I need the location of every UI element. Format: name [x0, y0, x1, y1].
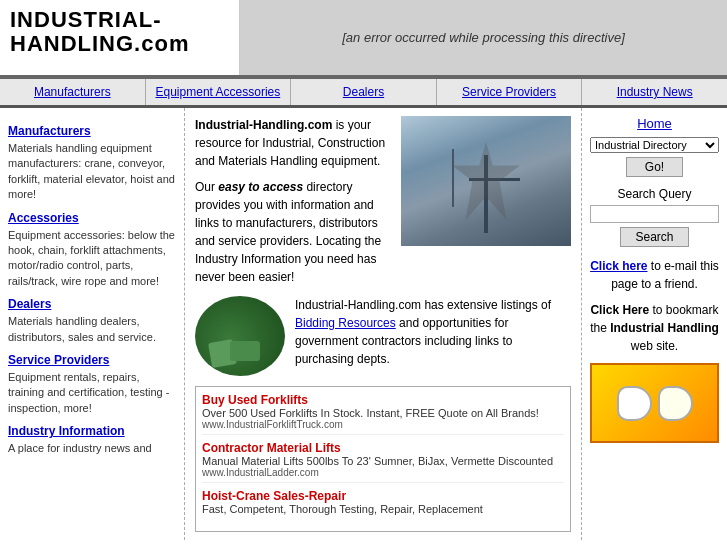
sidebar-dealers-text: Materials handling dealers, distributors… — [8, 314, 176, 345]
right-sidebar: Home Industrial Directory Go! Search Que… — [582, 108, 727, 540]
bidding-image — [195, 296, 285, 376]
header-banner: [an error occurred while processing this… — [240, 0, 727, 75]
sidebar-manufacturers-text: Materials handling equipment manufacture… — [8, 141, 176, 203]
logo-text: INDUSTRIAL- HANDLING.com — [10, 8, 229, 56]
logo-line1: INDUSTRIAL- — [10, 7, 162, 32]
nav-industry-news[interactable]: Industry News — [582, 79, 727, 105]
sidebar-service-text: Equipment rentals, repairs, training and… — [8, 370, 176, 416]
ad-mug-2 — [658, 386, 693, 421]
listing-item: Contractor Material Lifts Manual Materia… — [202, 441, 564, 483]
listing-desc-0: Over 500 Used Forklifts In Stock. Instan… — [202, 407, 564, 419]
nav-service-providers[interactable]: Service Providers — [437, 79, 583, 105]
bookmark-link-text: Click Here — [590, 303, 649, 317]
search-query-label: Search Query — [590, 187, 719, 201]
sidebar-accessories-text: Equipment accessories: below the hook, c… — [8, 228, 176, 290]
navbar: Manufacturers Equipment Accessories Deal… — [0, 79, 727, 108]
intro-site-name: Industrial-Handling.com — [195, 118, 332, 132]
nav-dealers-link[interactable]: Dealers — [343, 85, 384, 99]
intro-text3: directory provides you with information … — [195, 180, 381, 284]
left-sidebar: Manufacturers Materials handling equipme… — [0, 108, 185, 540]
home-link[interactable]: Home — [590, 116, 719, 131]
directory-dropdown[interactable]: Industrial Directory — [590, 137, 719, 153]
main-layout: Manufacturers Materials handling equipme… — [0, 108, 727, 540]
intro-easy: easy to access — [218, 180, 303, 194]
nav-equipment-accessories[interactable]: Equipment Accessories — [146, 79, 292, 105]
listing-desc-2: Fast, Competent, Thorough Testing, Repai… — [202, 503, 564, 515]
bookmark-brand: Industrial Handling — [610, 321, 719, 335]
sidebar-manufacturers-link[interactable]: Manufacturers — [8, 124, 176, 138]
ad-box — [590, 363, 719, 443]
center-top: Industrial-Handling.com is your resource… — [195, 116, 571, 286]
listing-title-1: Contractor Material Lifts — [202, 441, 564, 455]
listing-url-1: www.IndustrialLadder.com — [202, 467, 564, 478]
banner-text: [an error occurred while processing this… — [342, 30, 625, 45]
nav-dealers[interactable]: Dealers — [291, 79, 437, 105]
intro-text2: Our — [195, 180, 218, 194]
sidebar-service-link[interactable]: Service Providers — [8, 353, 176, 367]
nav-service-link[interactable]: Service Providers — [462, 85, 556, 99]
sidebar-industry-text: A place for industry news and — [8, 441, 176, 456]
listing-title-2: Hoist-Crane Sales-Repair — [202, 489, 564, 503]
sidebar-industry-link[interactable]: Industry Information — [8, 424, 176, 438]
logo-line2: HANDLING.com — [10, 31, 189, 56]
bidding-text1: Industrial-Handling.com has extensive li… — [295, 298, 551, 312]
search-input[interactable] — [590, 205, 719, 223]
go-button[interactable]: Go! — [626, 157, 683, 177]
email-page-link[interactable]: Click here — [590, 259, 647, 273]
listings-box: Buy Used Forklifts Over 500 Used Forklif… — [195, 386, 571, 532]
nav-equipment-link[interactable]: Equipment Accessories — [156, 85, 281, 99]
listing-desc-1: Manual Material Lifts 500lbs To 23' Sumn… — [202, 455, 564, 467]
search-button[interactable]: Search — [620, 227, 688, 247]
header-image — [401, 116, 571, 246]
sidebar-dealers-link[interactable]: Dealers — [8, 297, 176, 311]
listing-item: Hoist-Crane Sales-Repair Fast, Competent… — [202, 489, 564, 519]
listing-title-0: Buy Used Forklifts — [202, 393, 564, 407]
center-intro-text: Industrial-Handling.com is your resource… — [195, 116, 401, 286]
bookmark-text4: web site. — [631, 339, 678, 353]
ad-mug-1 — [617, 386, 652, 421]
logo-area: INDUSTRIAL- HANDLING.com — [0, 0, 240, 75]
header: INDUSTRIAL- HANDLING.com [an error occur… — [0, 0, 727, 79]
bidding-resources-link[interactable]: Bidding Resources — [295, 316, 396, 330]
bidding-section: Industrial-Handling.com has extensive li… — [195, 296, 571, 376]
sidebar-accessories-link[interactable]: Accessories — [8, 211, 176, 225]
nav-manufacturers-link[interactable]: Manufacturers — [34, 85, 111, 99]
listing-url-0: www.IndustrialForkliftTruck.com — [202, 419, 564, 430]
listing-item: Buy Used Forklifts Over 500 Used Forklif… — [202, 393, 564, 435]
bookmark-text: Click Here to bookmark the Industrial Ha… — [590, 301, 719, 355]
bidding-text: Industrial-Handling.com has extensive li… — [295, 296, 571, 368]
nav-manufacturers[interactable]: Manufacturers — [0, 79, 146, 105]
center-content: Industrial-Handling.com is your resource… — [185, 108, 582, 540]
nav-industry-link[interactable]: Industry News — [617, 85, 693, 99]
email-page-text: Click here to e-mail this page to a frie… — [590, 257, 719, 293]
